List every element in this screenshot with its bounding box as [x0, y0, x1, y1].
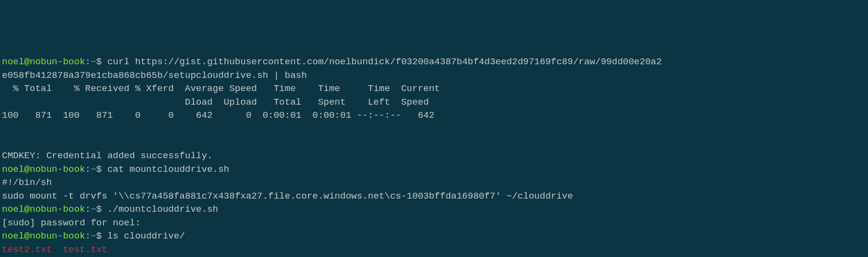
terminal[interactable]: noel@nobun-book:~$ curl https://gist.git… — [2, 55, 866, 257]
prompt-dollar: $ — [96, 56, 107, 67]
prompt-colon: : — [85, 164, 90, 175]
curl-header-2: Dload Upload Total Spent Left Speed — [2, 97, 429, 108]
command-curl: curl https://gist.githubusercontent.com/… — [107, 56, 662, 67]
prompt-dollar: $ — [96, 231, 107, 241]
prompt-path: ~ — [90, 164, 96, 175]
file-test2: test2.txt — [2, 244, 52, 255]
sudo-prompt: [sudo] password for noel: — [2, 218, 141, 228]
ls-output: test2.txt test.txt — [2, 244, 107, 255]
curl-header-1: % Total % Received % Xferd Average Speed… — [2, 83, 440, 94]
prompt-colon: : — [85, 56, 90, 67]
prompt-user: noel@nobun-book — [2, 164, 85, 175]
prompt-dollar: $ — [96, 204, 107, 215]
prompt-line-1: noel@nobun-book:~$ curl https://gist.git… — [2, 56, 662, 67]
cmdkey-output: CMDKEY: Credential added successfully. — [2, 150, 213, 161]
prompt-colon: : — [85, 231, 90, 241]
prompt-colon: : — [85, 204, 90, 215]
prompt-path: ~ — [90, 56, 96, 67]
prompt-user: noel@nobun-book — [2, 231, 85, 241]
prompt-line-4: noel@nobun-book:~$ ls clouddrive/ — [2, 231, 185, 241]
command-curl-cont: e058fb412878a379e1cba868cb65b/setupcloud… — [2, 70, 307, 81]
command-run-script: ./mountclouddrive.sh — [107, 204, 218, 215]
prompt-user: noel@nobun-book — [2, 56, 85, 67]
prompt-user: noel@nobun-book — [2, 204, 85, 215]
prompt-line-3: noel@nobun-book:~$ ./mountclouddrive.sh — [2, 204, 218, 215]
prompt-dollar: $ — [96, 164, 107, 175]
command-cat: cat mountclouddrive.sh — [107, 164, 230, 175]
prompt-path: ~ — [90, 231, 96, 241]
prompt-path: ~ — [90, 204, 96, 215]
command-ls: ls clouddrive/ — [107, 231, 185, 241]
script-shebang: #!/bin/sh — [2, 177, 52, 188]
script-mount-line: sudo mount -t drvfs '\\cs77a458fa881c7x4… — [2, 191, 573, 202]
file-sep — [52, 244, 63, 255]
prompt-line-2: noel@nobun-book:~$ cat mountclouddrive.s… — [2, 164, 230, 175]
curl-progress: 100 871 100 871 0 0 642 0 0:00:01 0:00:0… — [2, 110, 434, 121]
file-test: test.txt — [63, 244, 107, 255]
